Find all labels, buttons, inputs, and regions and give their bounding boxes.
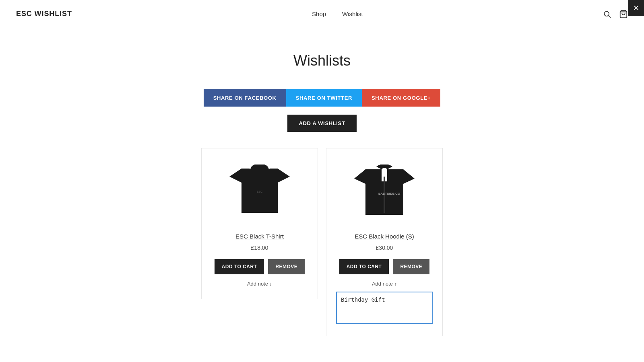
main-nav: Shop Wishlist: [312, 10, 363, 17]
cart-button[interactable]: [619, 10, 628, 19]
note-textarea-hoodie[interactable]: Birthday Gift: [336, 292, 433, 324]
share-twitter-button[interactable]: SHARE ON TWITTER: [286, 89, 362, 107]
remove-tshirt[interactable]: REMOVE: [268, 259, 305, 274]
corner-icon: ✕: [633, 4, 639, 12]
svg-marker-9: [242, 181, 278, 213]
svg-marker-15: [387, 169, 403, 181]
product-name-hoodie: ESC Black Hoodie (S): [355, 233, 414, 240]
svg-line-1: [609, 15, 611, 17]
product-name-tshirt: ESC Black T-Shirt: [235, 233, 284, 240]
svg-marker-14: [365, 169, 382, 181]
add-to-cart-hoodie[interactable]: ADD TO CART: [339, 259, 389, 274]
hoodie-icon: EASTSIDE CO: [354, 165, 415, 221]
svg-text:EASTSIDE CO: EASTSIDE CO: [378, 192, 400, 195]
product-image-tshirt: ESC: [219, 160, 300, 225]
add-wishlist-button[interactable]: ADD A WISHLIST: [287, 115, 356, 132]
main-content: Wishlists SHARE ON FACEBOOK SHARE ON TWI…: [0, 28, 644, 362]
header: ESC WISHLIST Shop Wishlist: [0, 0, 644, 28]
remove-hoodie[interactable]: REMOVE: [393, 259, 429, 274]
add-note-hoodie[interactable]: Add note ↑: [372, 281, 397, 287]
share-google-button[interactable]: SHARE ON GOOGLE+: [362, 89, 440, 107]
logo: ESC WISHLIST: [16, 10, 72, 18]
product-actions-tshirt: ADD TO CART REMOVE: [215, 259, 305, 274]
products-grid: ESC ESC Black T-Shirt £18.00 ADD TO CART…: [201, 148, 443, 336]
header-icons: [603, 10, 628, 19]
svg-text:ESC: ESC: [257, 190, 262, 193]
add-note-tshirt[interactable]: Add note ↓: [247, 281, 272, 287]
search-button[interactable]: [603, 10, 611, 18]
product-card-tshirt: ESC ESC Black T-Shirt £18.00 ADD TO CART…: [201, 148, 318, 299]
product-price-tshirt: £18.00: [251, 245, 268, 251]
search-icon: [603, 10, 611, 18]
corner-close-button[interactable]: ✕: [628, 0, 644, 16]
nav-wishlist[interactable]: Wishlist: [342, 10, 363, 17]
cart-icon: [619, 10, 628, 19]
tshirt-icon: ESC: [229, 165, 290, 221]
share-facebook-button[interactable]: SHARE ON FACEBOOK: [204, 89, 286, 107]
product-card-hoodie: EASTSIDE CO ESC Black Hoodie (S) £30.00 …: [326, 148, 443, 336]
add-to-cart-tshirt[interactable]: ADD TO CART: [215, 259, 264, 274]
nav-shop[interactable]: Shop: [312, 10, 326, 17]
share-buttons-group: SHARE ON FACEBOOK SHARE ON TWITTER SHARE…: [204, 89, 441, 107]
product-image-hoodie: EASTSIDE CO: [344, 160, 425, 225]
product-price-hoodie: £30.00: [376, 245, 393, 251]
product-actions-hoodie: ADD TO CART REMOVE: [339, 259, 430, 274]
page-title: Wishlists: [293, 52, 351, 69]
